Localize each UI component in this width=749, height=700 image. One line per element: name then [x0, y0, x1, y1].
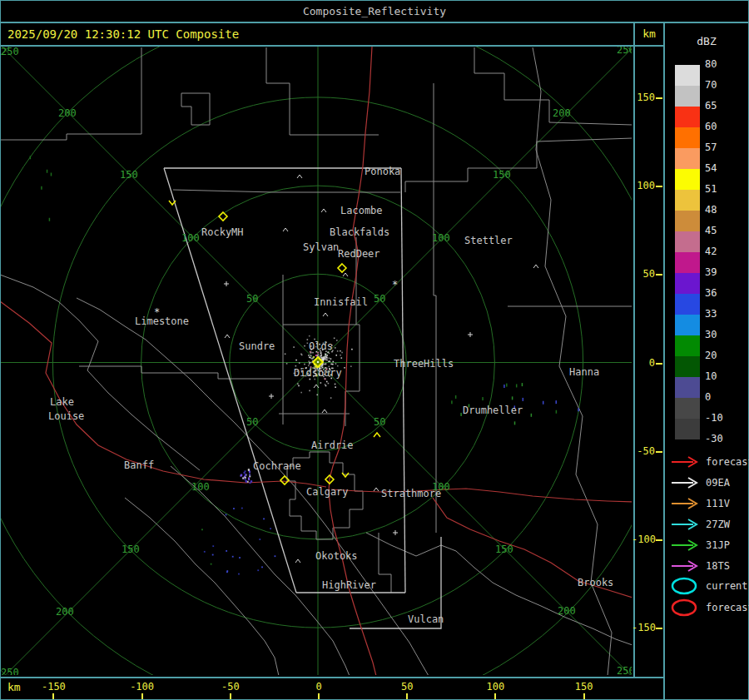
city-label: Calgary	[306, 486, 349, 498]
echo-pixel	[295, 360, 297, 361]
echo-pixel	[317, 355, 319, 356]
echo-pixel	[555, 400, 557, 404]
echo-pixel	[522, 383, 523, 386]
city-label: Innisfail	[314, 296, 368, 308]
colorbar-cell	[675, 294, 700, 315]
colorbar-title: dBZ	[665, 35, 748, 47]
radar-map-canvas[interactable]: 5050505010010010010015015015015020020020…	[0, 46, 634, 678]
echo-pixel	[334, 338, 335, 340]
echo-pixel	[314, 379, 315, 380]
boundary-line	[173, 190, 400, 192]
echo-pixel	[324, 364, 325, 365]
city-label: Sundre	[239, 340, 275, 352]
colorbar-cell	[675, 273, 700, 294]
colorbar-cell	[675, 169, 700, 190]
echo-pixel	[351, 349, 353, 350]
boundary-line	[434, 83, 436, 533]
echo-pixel	[249, 474, 250, 475]
echo-pixel	[299, 362, 300, 364]
echo-pixel	[460, 413, 462, 416]
colorbar-cell	[675, 315, 700, 335]
city-label: Lake	[50, 396, 74, 408]
echo-pixel	[309, 363, 310, 365]
ring-distance-label: 150	[120, 169, 138, 181]
echo-pixel	[30, 156, 32, 159]
bottom-axis-unit-label: km	[7, 681, 21, 693]
echo-pixel	[245, 470, 246, 472]
legend-item: 27ZW	[670, 515, 730, 534]
echo-pixel	[308, 360, 310, 362]
echo-pixel	[257, 569, 259, 571]
right-axis-tick-label: -50	[632, 445, 655, 459]
legend-arrow-icon	[670, 515, 702, 534]
echo-pixel	[326, 381, 328, 383]
echo-pixel	[330, 364, 332, 365]
echo-pixel	[309, 335, 310, 337]
echo-pixel	[328, 360, 330, 362]
echo-pixel	[226, 570, 228, 572]
echo-pixel	[297, 383, 299, 385]
echo-pixel	[556, 410, 558, 414]
legend-item: 31JP	[670, 536, 730, 554]
echo-pixel	[313, 356, 315, 358]
city-label: Louise	[48, 410, 84, 422]
echo-pixel	[455, 395, 457, 399]
echo-pixel	[320, 357, 322, 359]
echo-pixel	[503, 385, 505, 388]
echo-pixel	[341, 352, 343, 354]
right-axis-tick-mark	[656, 628, 662, 629]
echo-pixel	[298, 385, 300, 387]
echo-pixel	[578, 408, 579, 411]
city-labels: PonokaLacombeBlackfaldsSylvanRedDeerRock…	[48, 166, 613, 625]
ring-distance-label: 50	[374, 293, 385, 305]
echo-pixel	[336, 340, 338, 341]
echo-pixel	[482, 397, 484, 400]
right-axis-tick-mark	[656, 363, 662, 365]
echo-pixel	[309, 390, 310, 392]
echo-pixel	[238, 573, 240, 575]
ring-distance-label: 200	[58, 107, 77, 119]
echo-pixel	[309, 362, 310, 364]
echo-pixel	[304, 345, 305, 347]
bottom-axis-tick-mark	[52, 693, 54, 699]
ring-distance-label: 250	[617, 665, 632, 675]
echo-pixel	[330, 397, 332, 399]
echo-pixel	[310, 355, 312, 357]
echo-pixel	[308, 365, 310, 366]
echo-pixel	[332, 361, 334, 363]
echo-pixel	[335, 347, 336, 349]
right-axis-tick-mark	[656, 539, 662, 541]
bottom-axis-tick-mark	[141, 693, 143, 699]
colorbar-tick-label: 65	[705, 100, 742, 113]
colorbar-tick-label: 70	[705, 79, 742, 92]
echo-pixel	[259, 539, 260, 540]
colorbar-cell	[675, 356, 700, 377]
echo-pixel	[337, 350, 339, 352]
header-bar: 2025/09/20 12:30:12 UTC Composite	[0, 22, 634, 46]
echo-pixel	[335, 384, 336, 385]
bottom-axis: km -150-100-50050100150	[0, 678, 664, 700]
echo-pixel	[307, 342, 309, 344]
echo-pixel	[320, 355, 322, 356]
legend-item: current	[670, 577, 748, 595]
echo-pixel	[263, 518, 265, 519]
city-label: RedDeer	[338, 248, 380, 260]
town-caret-icon	[225, 335, 230, 338]
echo-pixel	[226, 514, 227, 516]
colorbar-cell	[675, 86, 700, 107]
legend-arrow-icon	[670, 536, 702, 554]
echo-pixel	[516, 384, 518, 387]
echo-pixel	[247, 481, 249, 483]
colorbar-cell	[675, 107, 700, 127]
colorbar-cell	[675, 252, 700, 273]
colorbar-tick-label: -10	[705, 412, 742, 425]
colorbar-tick-label: 30	[705, 329, 742, 342]
town-caret-icon	[321, 209, 326, 212]
legend-arrow-icon	[670, 557, 702, 575]
boundary-line	[181, 93, 210, 125]
bottom-axis-tick-mark	[230, 693, 231, 699]
radar-viewer-window: Composite_Reflectivity 2025/09/20 12:30:…	[0, 0, 749, 700]
echo-pixel	[212, 545, 214, 547]
echo-pixel	[41, 186, 42, 190]
echo-pixel	[340, 350, 341, 352]
